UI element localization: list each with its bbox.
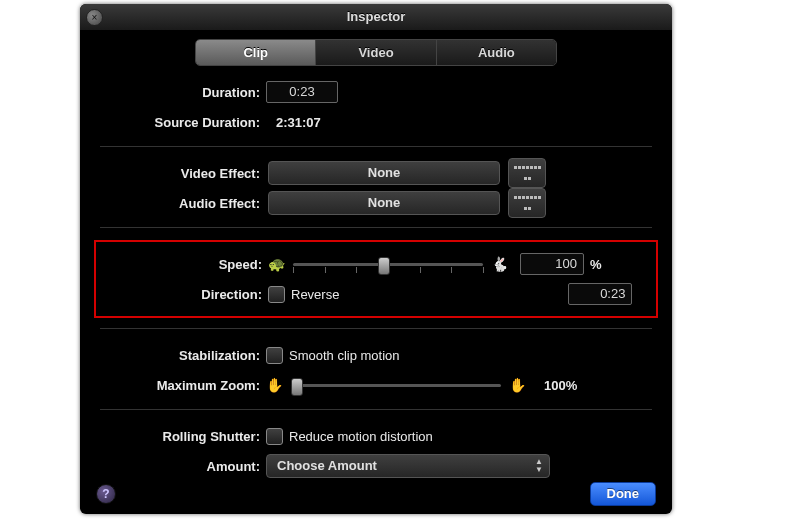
window-title: Inspector (80, 4, 672, 30)
max-zoom-slider-thumb[interactable] (291, 378, 303, 396)
duration-row: Duration: 0:23 (100, 78, 652, 106)
divider (100, 227, 652, 228)
amount-row: Amount: Choose Amount ▲▼ (100, 452, 652, 480)
direction-row: Direction: Reverse 0:23 % (102, 280, 650, 308)
speed-label: Speed: (102, 257, 268, 272)
hand-icon: ✋ (266, 377, 283, 393)
hare-icon: 🐇 (491, 256, 508, 272)
stabilization-option-label: Smooth clip motion (289, 348, 400, 363)
rolling-shutter-option-label: Reduce motion distortion (289, 429, 433, 444)
speed-slider[interactable] (293, 256, 483, 272)
audio-effect-browser-button[interactable] (508, 188, 546, 218)
speed-time-field[interactable]: 0:23 (568, 283, 632, 305)
source-duration-label: Source Duration: (100, 115, 266, 130)
direction-label: Direction: (102, 287, 268, 302)
tab-bar: Clip Video Audio (195, 39, 557, 66)
amount-value: Choose Amount (277, 458, 377, 473)
duration-field[interactable]: 0:23 (266, 81, 338, 103)
done-button[interactable]: Done (590, 482, 657, 506)
footer: ? Done (80, 482, 672, 506)
rolling-shutter-checkbox[interactable] (266, 428, 283, 445)
video-effect-button[interactable]: None (268, 161, 500, 185)
source-duration-value: 2:31:07 (276, 115, 321, 130)
reverse-label: Reverse (291, 287, 339, 302)
speed-percent-field[interactable]: 100 (520, 253, 584, 275)
tab-audio[interactable]: Audio (436, 40, 556, 65)
audio-effect-label: Audio Effect: (100, 196, 266, 211)
max-zoom-slider[interactable] (291, 377, 501, 393)
rolling-shutter-label: Rolling Shutter: (100, 429, 266, 444)
percent-unit: % (590, 257, 602, 272)
video-effect-row: Video Effect: None (100, 159, 652, 187)
close-icon[interactable]: × (86, 9, 103, 26)
source-duration-row: Source Duration: 2:31:07 (100, 108, 652, 136)
turtle-icon: 🐢 (268, 256, 285, 272)
tab-clip[interactable]: Clip (196, 40, 315, 65)
max-zoom-value: 100% (544, 378, 577, 393)
max-zoom-label: Maximum Zoom: (100, 378, 266, 393)
audio-effect-row: Audio Effect: None (100, 189, 652, 217)
help-button[interactable]: ? (96, 484, 116, 504)
duration-label: Duration: (100, 85, 266, 100)
video-effect-label: Video Effect: (100, 166, 266, 181)
reverse-checkbox[interactable] (268, 286, 285, 303)
speed-slider-thumb[interactable] (378, 257, 390, 275)
chevron-updown-icon: ▲▼ (535, 458, 543, 474)
amount-dropdown[interactable]: Choose Amount ▲▼ (266, 454, 550, 478)
amount-label: Amount: (100, 459, 266, 474)
hand-icon: ✋ (509, 377, 526, 393)
stabilization-label: Stabilization: (100, 348, 266, 363)
inspector-panel: × Inspector Clip Video Audio Duration: 0… (80, 4, 672, 514)
stabilization-checkbox[interactable] (266, 347, 283, 364)
audio-effect-button[interactable]: None (268, 191, 500, 215)
max-zoom-row: Maximum Zoom: ✋ ✋ 100% (100, 371, 652, 399)
divider (100, 409, 652, 410)
video-effect-browser-button[interactable] (508, 158, 546, 188)
stabilization-row: Stabilization: Smooth clip motion (100, 341, 652, 369)
speed-row: Speed: 🐢 🐇 100 % (102, 250, 650, 278)
tab-video[interactable]: Video (315, 40, 435, 65)
titlebar: × Inspector (80, 4, 672, 31)
speed-highlight-box: Speed: 🐢 🐇 100 % Direction: Reverse (94, 240, 658, 318)
rolling-shutter-row: Rolling Shutter: Reduce motion distortio… (100, 422, 652, 450)
divider (100, 146, 652, 147)
divider (100, 328, 652, 329)
